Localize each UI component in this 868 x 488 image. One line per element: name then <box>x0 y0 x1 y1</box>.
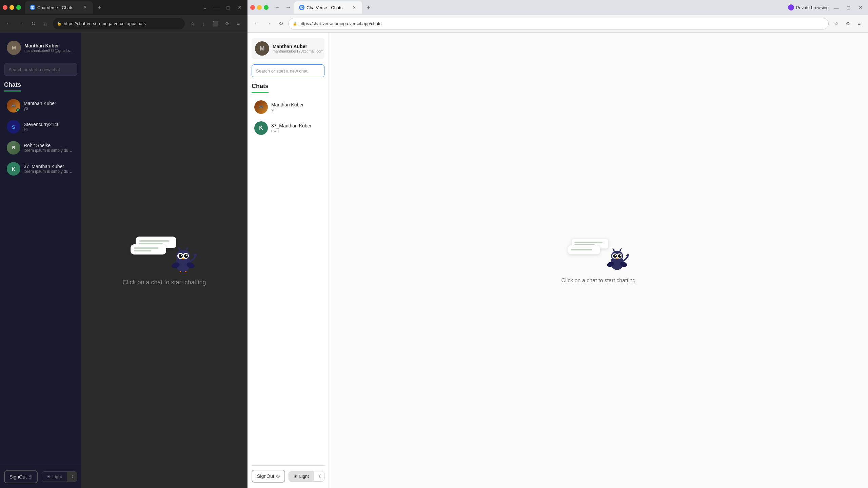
star-icon[interactable]: ☆ <box>188 19 197 28</box>
right-minimize-btn[interactable] <box>257 5 262 10</box>
chat-preview: Hi <box>24 127 75 132</box>
right-minimize-win[interactable]: — <box>831 3 841 12</box>
menu-icon[interactable]: ≡ <box>234 19 243 28</box>
right-empty-illustration <box>568 237 629 271</box>
tab-dropdown-btn[interactable]: ⌄ <box>200 3 210 12</box>
right-addr-forward[interactable]: → <box>264 19 273 28</box>
list-item[interactable]: 🎮 Manthan Kuber yo <box>4 96 77 116</box>
restore-window-btn[interactable]: □ <box>223 3 233 12</box>
list-item[interactable]: R Rohit Shelke lorem ipsum is simply dum… <box>4 138 77 158</box>
chat-preview: lorem ipsum is simply dummy text of the … <box>24 169 75 174</box>
right-search-input[interactable] <box>252 64 324 77</box>
right-dark-label: Dark <box>324 474 324 479</box>
right-user-email: manthankuber123@gmail.com <box>273 49 323 53</box>
dark-theme-btn[interactable]: ☾ Dark <box>67 472 77 482</box>
svg-point-33 <box>618 254 622 258</box>
right-tab-bar: ← → ChatVerse - Chats ✕ + Private browsi… <box>248 0 868 15</box>
chat-avatar: K <box>7 162 20 176</box>
right-maximize-btn[interactable] <box>264 5 269 10</box>
svg-marker-29 <box>619 248 622 251</box>
right-star-icon[interactable]: ☆ <box>831 19 841 28</box>
url-text: https://chat-verse-omega.vercel.app/chat… <box>64 21 146 26</box>
chat-avatar: K <box>254 121 268 135</box>
right-avatar: M <box>255 41 269 56</box>
chat-info: Manthan Kuber yo <box>24 101 75 111</box>
right-active-tab[interactable]: ChatVerse - Chats ✕ <box>294 1 362 14</box>
svg-line-20 <box>186 271 187 272</box>
right-close-win[interactable]: ✕ <box>856 3 865 12</box>
chat-avatar: S <box>7 120 20 134</box>
chat-name: 37_Manthan Kuber <box>24 164 75 169</box>
right-settings-icon[interactable]: ⚙ <box>843 19 852 28</box>
chat-info: 37_Manthan Kuber owo <box>271 123 322 133</box>
right-addr-reload[interactable]: ↻ <box>276 19 285 28</box>
close-btn[interactable] <box>3 5 7 10</box>
right-light-theme-btn[interactable]: ☀ Light <box>289 471 314 481</box>
right-lock-icon: 🔒 <box>293 21 297 26</box>
private-area: Private browsing — □ ✕ <box>788 3 865 12</box>
user-name: Manthan Kuber <box>24 43 75 48</box>
right-forward-btn[interactable]: → <box>283 3 293 12</box>
minimize-window-btn[interactable]: — <box>212 3 221 12</box>
forward-btn[interactable]: → <box>16 19 26 28</box>
svg-point-11 <box>184 254 188 258</box>
right-tab-favicon <box>299 5 304 10</box>
right-chats-section: Chats <box>252 83 324 93</box>
right-app-content: M Manthan Kuber manthankuber123@gmail.co… <box>248 33 868 488</box>
right-user-info: Manthan Kuber manthankuber123@gmail.com <box>273 44 323 53</box>
chat-info: 37_Manthan Kuber lorem ipsum is simply d… <box>24 164 75 174</box>
chat-preview: owo <box>271 128 322 133</box>
right-empty-state-text: Click on a chat to start chatting <box>561 278 636 284</box>
bottom-bar: SignOut ⎋ ☀ Light ☾ Dark <box>0 465 81 488</box>
svg-point-32 <box>613 254 617 258</box>
lock-icon: 🔒 <box>57 21 62 26</box>
settings-icon[interactable]: ⚙ <box>222 19 232 28</box>
search-input[interactable] <box>4 63 77 76</box>
light-theme-btn[interactable]: ☀ Light <box>42 472 67 482</box>
right-back-btn[interactable]: ← <box>273 3 282 12</box>
right-restore-win[interactable]: □ <box>844 3 853 12</box>
right-sun-icon: ☀ <box>294 474 298 479</box>
signout-button[interactable]: SignOut ⎋ <box>4 470 38 483</box>
chat-name: 37_Manthan Kuber <box>271 123 322 128</box>
extensions-icon[interactable]: ⬛ <box>211 19 220 28</box>
right-new-tab-btn[interactable]: + <box>363 2 374 13</box>
right-menu-icon[interactable]: ≡ <box>854 19 864 28</box>
chat-avatar: 🎮 <box>254 100 268 114</box>
list-item[interactable]: 🎮 Manthan Kuber yo <box>252 97 324 117</box>
new-tab-btn[interactable]: + <box>94 2 104 13</box>
right-dark-theme-btn[interactable]: ☾ Dark <box>314 471 324 481</box>
right-user-profile: M Manthan Kuber manthankuber123@gmail.co… <box>252 38 324 59</box>
right-signout-button[interactable]: SignOut ⎋ <box>252 470 285 483</box>
right-chat-bubble-2 <box>568 245 600 255</box>
back-btn[interactable]: ← <box>4 19 14 28</box>
svg-point-34 <box>615 255 616 256</box>
download-icon[interactable]: ↓ <box>199 19 209 28</box>
right-tab-close-btn[interactable]: ✕ <box>351 4 357 11</box>
right-light-label: Light <box>299 474 309 479</box>
minimize-btn[interactable] <box>9 5 14 10</box>
chat-preview: lorem ipsum is simply dummy text of the … <box>24 148 75 153</box>
home-btn[interactable]: ⌂ <box>41 19 50 28</box>
list-item[interactable]: S Stevencurry2146 Hi <box>4 117 77 137</box>
maximize-btn[interactable] <box>16 5 21 10</box>
right-toolbar-icons: ☆ ⚙ ≡ <box>831 19 864 28</box>
list-item[interactable]: K 37_Manthan Kuber owo <box>252 118 324 138</box>
right-close-btn[interactable] <box>250 5 255 10</box>
url-bar[interactable]: 🔒 https://chat-verse-omega.vercel.app/ch… <box>53 18 185 29</box>
right-tab-title: ChatVerse - Chats <box>307 5 342 10</box>
close-window-btn[interactable]: ✕ <box>235 3 244 12</box>
tab-favicon <box>30 5 35 10</box>
list-item[interactable]: K 37_Manthan Kuber lorem ipsum is simply… <box>4 159 77 179</box>
private-browsing-label: Private browsing <box>796 5 829 10</box>
chat-info: Rohit Shelke lorem ipsum is simply dummy… <box>24 143 75 153</box>
active-tab[interactable]: ChatVerse - Chats ✕ <box>25 1 93 14</box>
right-url-bar[interactable]: 🔒 https://chat-verse-omega.vercel.app/ch… <box>288 18 829 29</box>
reload-btn[interactable]: ↻ <box>28 19 38 28</box>
empty-state-text: Click on a chat to start chatting <box>122 279 206 286</box>
section-title: Chats <box>4 81 21 92</box>
svg-point-13 <box>186 255 188 256</box>
right-addr-back[interactable]: ← <box>252 19 261 28</box>
right-theme-switcher: ☀ Light ☾ Dark <box>289 471 324 482</box>
tab-close-btn[interactable]: ✕ <box>82 4 88 11</box>
